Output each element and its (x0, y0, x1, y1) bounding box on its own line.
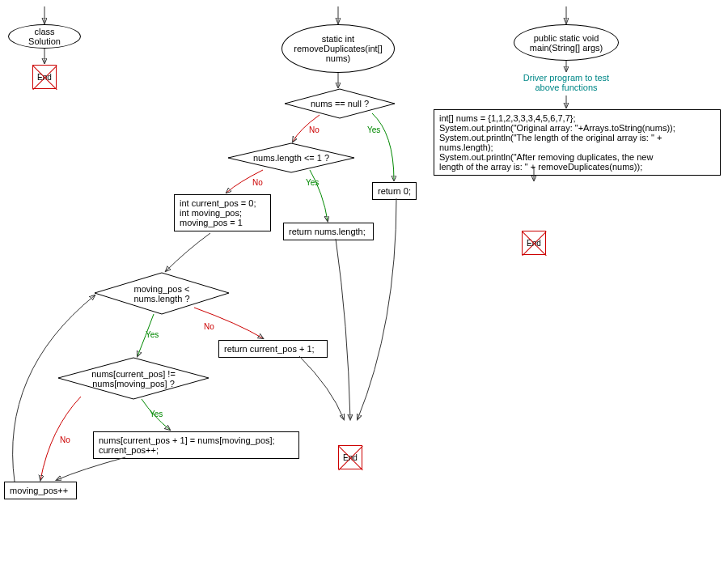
end-right: End (522, 231, 546, 255)
box-return-length-text: return nums.length; (289, 227, 366, 236)
box-init: int current_pos = 0; int moving_pos; mov… (174, 194, 271, 231)
func-removeduplicates: static int removeDuplicates(int[] nums) (281, 24, 395, 73)
box-return-length: return nums.length; (283, 223, 374, 240)
diamond1: nums == null ? (283, 87, 396, 120)
end-middle: End (338, 445, 362, 469)
box-increment: moving_pos++ (4, 482, 77, 499)
diamond1-text: nums == null ? (299, 99, 380, 108)
box-return-curpos: return current_pos + 1; (218, 340, 328, 358)
no3: No (204, 322, 214, 331)
box-return-curpos-text: return current_pos + 1; (224, 344, 315, 354)
class-title: class Solution (8, 24, 81, 49)
box-return-zero-text: return 0; (378, 186, 411, 196)
class-title-text: class Solution (19, 27, 70, 46)
no2: No (252, 178, 263, 187)
end-middle-label: End (343, 453, 358, 462)
end-right-label: End (527, 239, 541, 248)
box-assign-text: nums[current_pos + 1] = nums[moving_pos]… (99, 435, 275, 455)
diamond4: nums[current_pos] != nums[moving_pos] ? (57, 356, 210, 401)
func-removeduplicates-text: static int removeDuplicates(int[] nums) (292, 34, 384, 63)
end-left: End (32, 65, 57, 89)
box-assign: nums[current_pos + 1] = nums[moving_pos]… (93, 431, 299, 459)
yes1: Yes (367, 125, 380, 134)
box-init-text: int current_pos = 0; int moving_pos; mov… (180, 198, 256, 227)
diamond3: moving_pos < nums.length ? (93, 271, 231, 316)
diamond3-text: moving_pos < nums.length ? (117, 284, 206, 304)
box-increment-text: moving_pos++ (10, 486, 68, 495)
end-left-label: End (37, 73, 52, 82)
box-main-body: int[] nums = {1,1,2,3,3,3,4,5,6,7,7}; Sy… (434, 109, 721, 176)
no1: No (309, 125, 320, 134)
diamond2: nums.length <= 1 ? (226, 142, 356, 174)
diamond4-text: nums[current_pos] != nums[moving_pos] ? (77, 369, 190, 389)
no4: No (60, 435, 70, 444)
func-main-text: public static void main(String[] args) (524, 33, 608, 53)
comment-driver: Driver program to test above functions (518, 73, 615, 92)
box-return-zero: return 0; (372, 182, 417, 200)
yes3: Yes (146, 330, 159, 339)
box-main-body-text: int[] nums = {1,1,2,3,3,3,4,5,6,7,7}; Sy… (439, 113, 675, 172)
diamond2-text: nums.length <= 1 ? (251, 153, 332, 163)
yes2: Yes (306, 178, 319, 187)
func-main: public static void main(String[] args) (514, 24, 619, 61)
comment-driver-text: Driver program to test above functions (523, 73, 609, 92)
yes4: Yes (150, 410, 163, 418)
